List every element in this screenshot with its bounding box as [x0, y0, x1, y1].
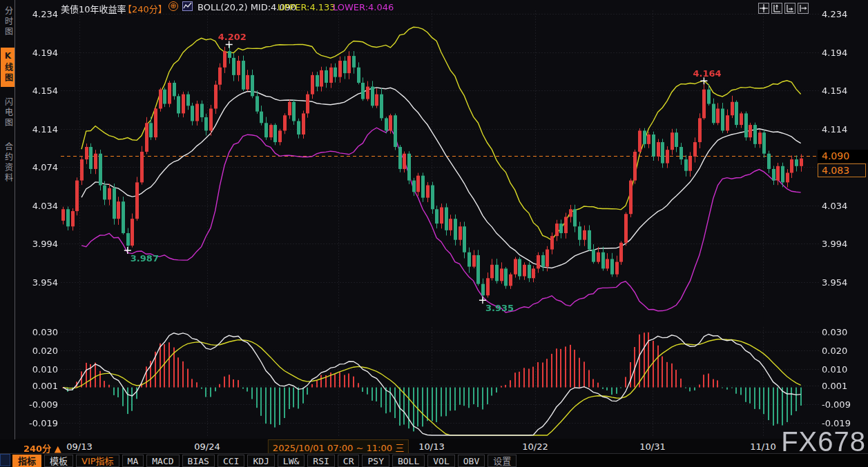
- last-price-badge: 4.083: [818, 163, 866, 177]
- y-axis-label: 4.034: [18, 200, 58, 210]
- price-annotation: 4.164: [693, 68, 721, 79]
- sidebar-tab-4[interactable]: 合约资料: [1, 139, 15, 187]
- y-axis-label: 0.020: [822, 345, 868, 355]
- period-badge[interactable]: 【240分】: [123, 2, 167, 15]
- sidebar-tab-3[interactable]: 闪电图: [1, 94, 15, 132]
- y-axis-label: 4.154: [18, 86, 58, 96]
- price-annotation: 3.987: [131, 253, 159, 264]
- toolbar-item-VOL[interactable]: VOL: [427, 455, 454, 467]
- crosshair-icon[interactable]: [758, 3, 769, 14]
- bottom-left-icon[interactable]: [0, 454, 10, 466]
- current-price-badge: 4.090: [818, 150, 868, 163]
- toolbar-item-指标[interactable]: 指标: [12, 455, 41, 467]
- toolbar-item-模板[interactable]: 模板: [44, 455, 73, 467]
- axis-shift-icon[interactable]: [798, 3, 809, 14]
- toolbar-item-CCI[interactable]: CCI: [218, 455, 244, 467]
- indicator-toolbar: 指标模板VIP指标MAMACDBIASCCIKDJLW&RSICRPSYBOLL…: [0, 453, 868, 467]
- y-axis-label: 3.994: [18, 239, 58, 249]
- y-axis-label: 0.001: [18, 380, 58, 390]
- y-axis-label: 4.234: [822, 8, 868, 19]
- y-axis-label: 4.074: [18, 162, 58, 172]
- y-axis-label: -0.019: [18, 417, 58, 428]
- y-axis-label: -0.009: [18, 399, 58, 409]
- x-axis-label: 11/10: [750, 441, 775, 452]
- toolbar-item-PSY[interactable]: PSY: [362, 455, 389, 467]
- toolbar-item-BOLL[interactable]: BOLL: [392, 455, 425, 467]
- mini-chart-icon[interactable]: [182, 1, 193, 11]
- toolbar-item-VIP指标[interactable]: VIP指标: [76, 455, 119, 467]
- x-axis-label: 09/13: [66, 441, 92, 452]
- y-axis-label: 0.030: [822, 326, 868, 337]
- chart-canvas[interactable]: [0, 0, 868, 467]
- y-axis-label: 4.154: [822, 86, 868, 96]
- y-axis-label: 0.010: [822, 364, 868, 374]
- toolbar-item-LW&[interactable]: LW&: [278, 455, 305, 467]
- toolbar-item-OBV[interactable]: OBV: [458, 455, 485, 467]
- chart-header: 美债10年收益率 【240分】 ⊕ BOLL(20,2) MID:4.090 U…: [15, 0, 868, 14]
- boll-upper-readout: UPPER:4.133: [278, 2, 336, 12]
- toolbar-item-KDJ[interactable]: KDJ: [247, 455, 274, 467]
- trading-app: 分时图K线图闪电图合约资料 美债10年收益率 【240分】 ⊕ BOLL(20,…: [0, 0, 868, 467]
- price-annotation: 4.202: [218, 32, 247, 42]
- axis-zoom-icon[interactable]: [771, 3, 782, 14]
- instrument-title: 美债10年收益率: [61, 2, 126, 15]
- sidebar: 分时图K线图闪电图合约资料: [0, 0, 15, 439]
- y-axis-label: 4.234: [18, 8, 58, 19]
- sidebar-tab-2[interactable]: K线图: [1, 48, 15, 87]
- sidebar-tab-1[interactable]: 分时图: [1, 3, 15, 41]
- x-axis-label: 10/22: [522, 441, 548, 452]
- y-axis-label: 4.114: [822, 123, 868, 134]
- y-axis-label: 0.010: [18, 364, 58, 374]
- y-axis-label: 3.954: [822, 277, 868, 287]
- y-axis-label: 0.020: [18, 345, 58, 355]
- price-annotation: 3.935: [485, 303, 514, 313]
- x-axis-label: 09/24: [194, 441, 220, 452]
- toolbar-item-RSI[interactable]: RSI: [307, 455, 334, 467]
- y-axis-label: 4.194: [18, 47, 58, 57]
- y-axis-label: 3.954: [18, 277, 58, 287]
- boll-lower-readout: LOWER:4.046: [333, 2, 394, 12]
- toolbar-item-CR[interactable]: CR: [338, 455, 360, 467]
- y-axis-label: 4.194: [822, 47, 868, 57]
- y-axis-label: 0.030: [18, 326, 58, 337]
- axis-pan-icon[interactable]: [784, 3, 795, 14]
- watermark: FX678: [781, 426, 866, 457]
- toolbar-item-MACD[interactable]: MACD: [146, 455, 179, 467]
- toolbar-item-设置[interactable]: 设置: [488, 455, 517, 467]
- x-axis-label: 10/13: [418, 441, 444, 452]
- x-axis-label: 10/31: [639, 441, 665, 452]
- y-axis-label: 4.114: [18, 123, 58, 134]
- chart-tools: [758, 3, 809, 14]
- y-axis-label: 4.034: [822, 200, 868, 210]
- y-axis-label: 3.994: [822, 239, 868, 249]
- toolbar-item-MA[interactable]: MA: [122, 455, 144, 467]
- add-indicator-icon[interactable]: ⊕: [168, 1, 178, 11]
- y-axis-label: -0.009: [822, 399, 868, 409]
- toolbar-item-BIAS[interactable]: BIAS: [182, 455, 215, 467]
- y-axis-label: 0.001: [822, 380, 868, 390]
